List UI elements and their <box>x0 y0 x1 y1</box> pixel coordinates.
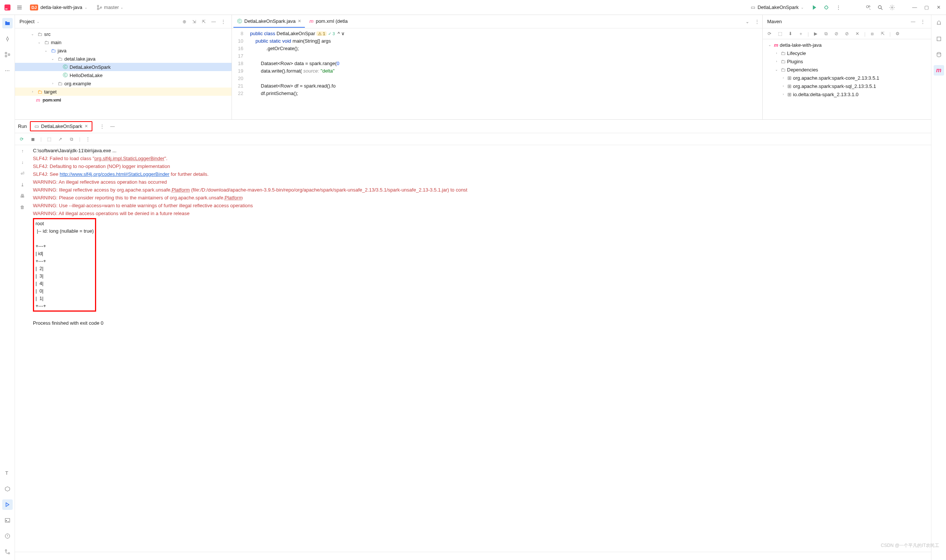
code-editor[interactable]: 81016171819202122 public class DetlaLake… <box>232 28 762 119</box>
maven-dep: ›⊞org.apache.spark:spark-sql_2.13:3.5.1 <box>763 82 931 90</box>
database-icon[interactable] <box>934 49 944 60</box>
options-icon[interactable]: ⋮ <box>919 18 926 25</box>
run-tool-icon[interactable] <box>2 499 13 510</box>
maven-lifecycle: ›🗀Lifecycle <box>763 49 931 57</box>
layout-icon[interactable]: ⧉ <box>68 135 75 143</box>
java-class-icon: Ⓒ <box>237 18 242 25</box>
execute-icon[interactable]: ⧉ <box>822 30 830 37</box>
clear-icon[interactable]: 🗑 <box>19 203 26 211</box>
project-tree[interactable]: ⌄🗀src ⌄🗀main ⌄🗀java ⌄🗀detal.lake.java ⒸD… <box>15 28 232 119</box>
soft-wrap-icon[interactable]: ⏎ <box>19 170 26 177</box>
options-icon[interactable]: ⋮ <box>98 123 106 130</box>
maven-settings-icon[interactable]: ⚙ <box>894 30 901 37</box>
search-icon[interactable] <box>876 3 884 12</box>
run-tab[interactable]: ▭ DetlaLakeOnSpark ✕ <box>30 121 92 131</box>
commit-tool-icon[interactable] <box>2 34 13 44</box>
editor-tab-pom[interactable]: m pom.xml (detla <box>306 16 351 27</box>
svg-point-2 <box>97 5 99 7</box>
maven-tree[interactable]: ⌄mdetla-lake-with-java ›🗀Lifecycle ›🗀Plu… <box>763 39 931 119</box>
rerun-icon[interactable]: ⟳ <box>18 135 25 143</box>
chevron-down-icon[interactable]: ⌄ <box>37 20 40 23</box>
maven-plugins: ›🗀Plugins <box>763 57 931 65</box>
terminal-tool-icon[interactable] <box>2 515 13 526</box>
download-icon[interactable]: ⬇ <box>787 30 794 37</box>
hide-icon[interactable]: — <box>109 123 116 130</box>
hide-icon[interactable]: — <box>210 18 217 25</box>
branch-name: master <box>104 5 119 10</box>
tree-class-hello: ⒸHelloDetlaLake <box>15 71 232 79</box>
svg-rect-19 <box>937 37 941 41</box>
vcs-tool-icon[interactable] <box>2 546 13 557</box>
svg-text:T: T <box>5 470 8 476</box>
dump-icon[interactable]: ⬚ <box>45 135 53 143</box>
chevron-down-icon: ⌄ <box>801 6 804 9</box>
project-selector[interactable]: DJ detla-lake-with-java ⌄ <box>27 3 91 12</box>
editor-tab-java[interactable]: Ⓒ DetlaLakeOnSpark.java ✕ <box>234 16 305 28</box>
minimize-icon[interactable]: — <box>910 3 919 12</box>
options-icon[interactable]: ⋮ <box>753 18 761 25</box>
notifications-icon[interactable] <box>934 18 944 28</box>
tree-class-detla: ⒸDetlaLakeOnSpark <box>15 63 232 71</box>
console-output[interactable]: C:\software\Java\jdk-11\bin\java.exe ...… <box>30 145 931 552</box>
expand-all-icon[interactable]: ⇲ <box>191 18 198 25</box>
ai-icon[interactable] <box>934 34 944 44</box>
run-button[interactable] <box>810 3 819 12</box>
output-highlight-box: root |-- id: long (nullable = true) +---… <box>33 218 96 312</box>
vcs-branch[interactable]: master ⌄ <box>94 3 126 12</box>
debug-button[interactable] <box>822 3 831 12</box>
up-icon[interactable]: ↑ <box>19 148 26 155</box>
settings-icon[interactable] <box>888 3 897 12</box>
more-tool-icon[interactable]: ⋯ <box>2 65 13 75</box>
structure-tool-icon[interactable] <box>2 49 13 60</box>
maven-dependencies: ⌄🗀Dependencies <box>763 65 931 74</box>
tree-package-org: ›🗀org.example <box>15 79 232 88</box>
more-icon[interactable]: ⋮ <box>84 135 92 143</box>
code-area[interactable]: public class DetlaLakeOnSpar ⚠ 1 ✓ 3 ^ ∨… <box>247 28 762 119</box>
close-icon[interactable]: ✕ <box>85 124 88 129</box>
run-maven-icon[interactable]: ▶ <box>812 30 819 37</box>
watermark: CSDN @一个平凡的IT农民工 <box>881 542 939 549</box>
maven-icon[interactable]: m <box>934 65 944 75</box>
collapse-all-icon[interactable]: ⇱ <box>200 18 208 25</box>
project-tool-icon[interactable] <box>2 18 13 28</box>
collapse-icon[interactable]: ⇱ <box>879 30 886 37</box>
close-icon[interactable]: ✕ <box>934 3 943 12</box>
scroll-end-icon[interactable]: ⤓ <box>19 181 26 189</box>
down-icon[interactable]: ↓ <box>19 158 26 166</box>
more-actions-icon[interactable]: ⋮ <box>834 3 843 12</box>
options-icon[interactable]: ⋮ <box>220 18 227 25</box>
problems-tool-icon[interactable] <box>2 531 13 541</box>
hide-icon[interactable]: — <box>909 18 917 25</box>
line-gutter: 81016171819202122 <box>232 28 247 119</box>
maven-root: ⌄mdetla-lake-with-java <box>763 41 931 49</box>
reload-icon[interactable]: ⟳ <box>766 30 773 37</box>
tree-folder-src: ⌄🗀src <box>15 30 232 38</box>
close-icon[interactable]: ✕ <box>298 19 301 23</box>
maximize-icon[interactable]: ▢ <box>922 3 931 12</box>
editor-panel: Ⓒ DetlaLakeOnSpark.java ✕ m pom.xml (det… <box>232 15 763 119</box>
project-panel: Project ⌄ ⊕ ⇲ ⇱ — ⋮ ⌄🗀src ⌄🗀main ⌄🗀java … <box>15 15 232 119</box>
show-deps-icon[interactable]: ⧈ <box>869 30 876 37</box>
main-menu-icon[interactable] <box>15 3 24 12</box>
chevron-down-icon[interactable]: ⌄ <box>744 18 751 25</box>
stop-icon[interactable]: ◼ <box>29 135 37 143</box>
print-icon[interactable]: 🖶 <box>19 192 26 200</box>
bookmarks-tool-icon[interactable]: T <box>2 468 13 478</box>
add-icon[interactable]: ＋ <box>797 30 804 37</box>
status-bar <box>15 552 931 560</box>
services-tool-icon[interactable] <box>2 484 13 494</box>
code-with-me-icon[interactable] <box>864 3 873 12</box>
exit-icon[interactable]: ↗ <box>57 135 64 143</box>
run-tab-name: DetlaLakeOnSpark <box>41 123 82 129</box>
svg-point-5 <box>825 6 828 9</box>
generate-icon[interactable]: ⬚ <box>776 30 784 37</box>
maven-panel: Maven — ⋮ ⟳ ⬚ ⬇ ＋ | ▶ ⧉ ⊘ ⊘ <box>763 15 931 119</box>
svg-point-8 <box>878 6 881 9</box>
skip-tests-icon[interactable]: ⊘ <box>843 30 851 37</box>
run-config-selector[interactable]: ▭ DetlaLakeOnSpark ⌄ <box>748 3 807 11</box>
locate-icon[interactable]: ⊕ <box>181 18 188 25</box>
tree-folder-target: ›🗀target <box>15 88 232 96</box>
close-icon[interactable]: ✕ <box>854 30 861 37</box>
run-label: Run <box>18 123 27 129</box>
toggle-offline-icon[interactable]: ⊘ <box>833 30 840 37</box>
